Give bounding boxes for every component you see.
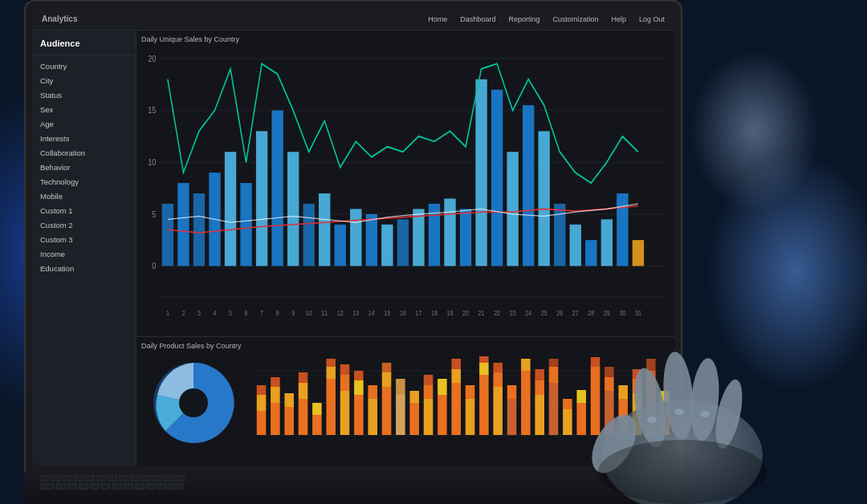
pie-chart-wrapper <box>141 355 246 457</box>
svg-rect-137 <box>576 403 586 435</box>
key <box>101 483 111 490</box>
svg-rect-119 <box>479 375 489 435</box>
svg-rect-133 <box>549 367 559 383</box>
svg-text:16: 16 <box>400 310 406 318</box>
key <box>169 483 183 490</box>
sidebar-item-city[interactable]: City <box>32 73 136 87</box>
svg-text:14: 14 <box>368 310 375 318</box>
svg-rect-151 <box>660 403 670 435</box>
sidebar-item-income[interactable]: Income <box>32 246 136 261</box>
svg-rect-130 <box>535 380 544 395</box>
svg-rect-27 <box>413 209 424 266</box>
svg-rect-118 <box>466 385 475 399</box>
key <box>40 475 50 482</box>
svg-rect-105 <box>396 395 405 435</box>
svg-rect-116 <box>451 359 461 369</box>
svg-point-156 <box>688 357 722 443</box>
app-container: Analytics Home Dashboard Reporting Custo… <box>32 8 674 465</box>
svg-rect-11 <box>162 204 173 266</box>
svg-text:19: 19 <box>447 310 454 318</box>
svg-text:10: 10 <box>306 310 312 318</box>
svg-rect-20 <box>303 204 315 266</box>
svg-text:6: 6 <box>245 310 248 318</box>
nav-reporting[interactable]: Reporting <box>508 15 539 23</box>
svg-rect-16 <box>240 183 251 266</box>
svg-rect-89 <box>312 415 322 435</box>
svg-rect-138 <box>576 390 586 403</box>
svg-rect-96 <box>340 364 350 375</box>
sidebar-item-status[interactable]: Status <box>32 87 136 102</box>
svg-text:30: 30 <box>619 310 625 318</box>
key <box>108 475 117 482</box>
sidebar-item-sex[interactable]: Sex <box>32 102 136 116</box>
nav-logout[interactable]: Log Out <box>639 15 665 23</box>
svg-rect-78 <box>257 411 267 435</box>
svg-text:1: 1 <box>166 310 169 318</box>
nav-home[interactable]: Home <box>428 15 447 23</box>
sidebar-item-country[interactable]: Country <box>32 59 136 73</box>
svg-rect-131 <box>535 369 544 380</box>
svg-text:5: 5 <box>229 310 232 318</box>
key <box>85 475 95 482</box>
key <box>141 475 151 482</box>
svg-rect-13 <box>193 193 205 266</box>
svg-rect-19 <box>287 152 299 266</box>
svg-rect-97 <box>354 395 364 435</box>
svg-rect-80 <box>257 385 267 395</box>
sidebar-item-custom3[interactable]: Custom 3 <box>32 232 136 246</box>
sidebar-item-interests[interactable]: Interests <box>32 131 136 145</box>
svg-point-74 <box>179 388 208 417</box>
svg-rect-100 <box>368 399 377 435</box>
svg-rect-117 <box>466 399 475 435</box>
svg-rect-122 <box>493 387 503 435</box>
svg-text:18: 18 <box>431 310 438 318</box>
key <box>90 483 100 490</box>
sidebar: Audience Country City Status Sex Age Int… <box>32 30 136 465</box>
svg-rect-99 <box>354 371 364 380</box>
svg-rect-142 <box>604 377 614 391</box>
svg-text:9: 9 <box>291 310 295 318</box>
nav-dashboard[interactable]: Dashboard <box>460 15 495 23</box>
svg-rect-103 <box>382 372 392 387</box>
svg-rect-147 <box>633 379 642 393</box>
sidebar-item-age[interactable]: Age <box>32 116 136 131</box>
key <box>146 483 156 490</box>
svg-rect-86 <box>299 399 308 435</box>
svg-rect-90 <box>312 403 322 415</box>
svg-text:15: 15 <box>148 104 156 115</box>
sidebar-item-behavior[interactable]: Behavior <box>32 160 136 174</box>
pie-chart-svg <box>141 355 246 451</box>
svg-rect-127 <box>521 371 531 435</box>
key <box>40 483 55 490</box>
svg-rect-21 <box>319 193 330 266</box>
laptop-frame: Analytics Home Dashboard Reporting Custo… <box>24 0 682 474</box>
key <box>96 475 106 482</box>
svg-rect-41 <box>633 240 644 266</box>
nav-help[interactable]: Help <box>611 15 626 23</box>
svg-point-162 <box>700 411 710 417</box>
svg-text:21: 21 <box>478 310 485 318</box>
svg-rect-87 <box>299 383 308 399</box>
svg-text:25: 25 <box>541 310 547 318</box>
keyboard-area <box>24 472 682 504</box>
sidebar-item-technology[interactable]: Technology <box>32 174 136 189</box>
svg-text:5: 5 <box>152 209 156 219</box>
sidebar-item-education[interactable]: Education <box>32 261 136 275</box>
sidebar-item-mobile[interactable]: Mobile <box>32 189 136 203</box>
key <box>124 483 133 490</box>
svg-rect-152 <box>660 391 670 403</box>
top-nav: Analytics Home Dashboard Reporting Custo… <box>32 8 674 30</box>
svg-rect-101 <box>368 385 377 399</box>
nav-customization[interactable]: Customization <box>552 15 598 23</box>
bar-chart-container: 20 15 10 5 0 <box>141 48 670 328</box>
svg-rect-108 <box>409 391 419 403</box>
sidebar-item-custom1[interactable]: Custom 1 <box>32 203 136 217</box>
svg-rect-102 <box>382 387 392 435</box>
sidebar-item-custom2[interactable]: Custom 2 <box>32 217 136 232</box>
sidebar-item-collaboration[interactable]: Collaboration <box>32 145 136 160</box>
svg-rect-35 <box>539 131 550 266</box>
svg-rect-82 <box>271 387 280 403</box>
dashboard: Daily Unique Sales by Country <box>136 30 674 465</box>
svg-rect-31 <box>475 79 486 266</box>
svg-text:12: 12 <box>337 310 344 318</box>
